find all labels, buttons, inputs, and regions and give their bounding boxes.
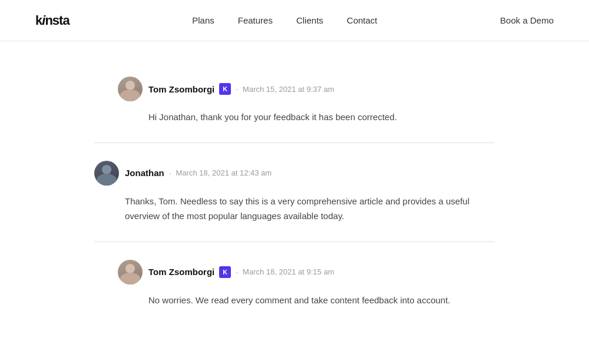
comment-item: Tom Zsomborgi K · March 15, 2021 at 9:37… [94,59,495,143]
comment-body: Hi Jonathan, thank you for your feedback… [118,110,495,125]
author-name: Jonathan [125,168,164,178]
nav-links: Plans Features Clients Contact [192,15,377,26]
dot-separator: · [236,267,238,277]
avatar [94,161,119,186]
comment-body: No worries. We read every comment and ta… [118,293,495,308]
nav-contact[interactable]: Contact [347,15,378,25]
nav-book-demo[interactable]: Book a Demo [500,15,554,25]
author-info: Tom Zsomborgi K · March 18, 2021 at 9:15… [148,266,334,278]
author-name: Tom Zsomborgi [148,267,214,277]
avatar [118,260,143,284]
comment-item: Tom Zsomborgi K · March 18, 2021 at 9:15… [94,242,495,326]
avatar [118,77,143,101]
comments-section: Tom Zsomborgi K · March 15, 2021 at 9:37… [82,41,507,360]
dot-separator: · [169,168,171,178]
nav-clients[interactable]: Clients [296,15,323,25]
nav-plans[interactable]: Plans [192,15,214,25]
comment-header: Jonathan · March 18, 2021 at 12:43 am [94,161,495,186]
comment-header: Tom Zsomborgi K · March 18, 2021 at 9:15… [118,260,495,284]
navbar: kinsta Plans Features Clients Contact Bo… [0,0,589,41]
author-info: Jonathan · March 18, 2021 at 12:43 am [125,168,272,178]
comment-item: Jonathan · March 18, 2021 at 12:43 am Th… [94,143,495,242]
comment-date: March 18, 2021 at 12:43 am [176,168,272,177]
kinsta-badge: K [219,83,231,95]
dot-separator: · [236,84,238,94]
author-info: Tom Zsomborgi K · March 15, 2021 at 9:37… [148,83,334,95]
author-name: Tom Zsomborgi [148,84,214,94]
comment-date: March 15, 2021 at 9:37 am [243,85,334,94]
nav-features[interactable]: Features [238,15,273,25]
comment-date: March 18, 2021 at 9:15 am [243,267,334,276]
site-logo[interactable]: kinsta [35,13,70,28]
comment-body: Thanks, Tom. Needless to say this is a v… [94,194,495,224]
kinsta-badge: K [219,266,231,278]
comment-header: Tom Zsomborgi K · March 15, 2021 at 9:37… [118,77,495,101]
